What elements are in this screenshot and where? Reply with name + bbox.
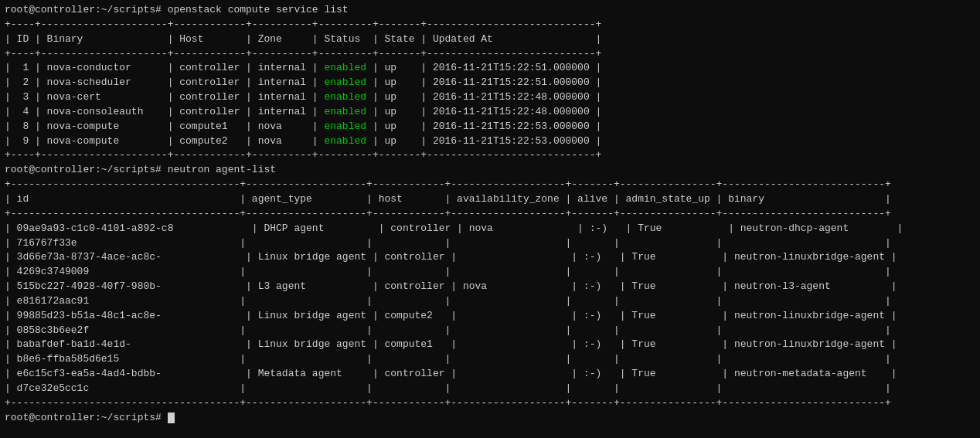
- table2-row-5b: | b8e6-ffba585d6e15 | | | | | | |: [5, 352, 975, 367]
- table2-row-6a: | e6c15cf3-ea5a-4ad4-bdbb- | Metadata ag…: [5, 367, 975, 382]
- table2-sep-mid: +--------------------------------------+…: [5, 207, 975, 222]
- table1-row-2: | 2 | nova-scheduler | controller | inte…: [5, 76, 975, 90]
- table2-row-1b: | 716767f33e | | | | | | |: [5, 236, 975, 251]
- cmd-line-1: root@controller:~/scripts# openstack com…: [5, 3, 975, 18]
- cursor-block: [168, 413, 175, 423]
- terminal-window: root@controller:~/scripts# openstack com…: [0, 0, 980, 438]
- table2-row-5a: | babafdef-ba1d-4e1d- | Linux bridge age…: [5, 338, 975, 352]
- table1-header: | ID | Binary | Host | Zone | Status | S…: [5, 32, 975, 47]
- table2-row-3a: | 515bc227-4928-40f7-980b- | L3 agent | …: [5, 280, 975, 294]
- table2-row-4a: | 99885d23-b51a-48c1-ac8e- | Linux bridg…: [5, 309, 975, 324]
- table2-sep-bot: +--------------------------------------+…: [5, 396, 975, 411]
- table2-row-2b: | 4269c3749009 | | | | | | |: [5, 265, 975, 280]
- table1-row-6: | 9 | nova-compute | compute2 | nova | e…: [5, 134, 975, 149]
- table2-row-6b: | d7ce32e5cc1c | | | | | | |: [5, 382, 975, 396]
- table2-row-4b: | 0858c3b6ee2f | | | | | | |: [5, 324, 975, 338]
- table2-row-2a: | 3d66e73a-8737-4ace-ac8c- | Linux bridg…: [5, 250, 975, 265]
- table2-row-3b: | e816172aac91 | | | | | | |: [5, 294, 975, 309]
- table1-sep-mid: +----+---------------------+------------…: [5, 47, 975, 62]
- table1-row-1: | 1 | nova-conductor | controller | inte…: [5, 61, 975, 76]
- table2-header: | id | agent_type | host | availability_…: [5, 192, 975, 207]
- table1-sep-top: +----+---------------------+------------…: [5, 18, 975, 32]
- table2-row-1a: | 09ae9a93-c1c0-4101-a892-c8 | DHCP agen…: [5, 222, 975, 236]
- table1-row-3: | 3 | nova-cert | controller | internal …: [5, 90, 975, 105]
- table1-row-5: | 8 | nova-compute | compute1 | nova | e…: [5, 120, 975, 134]
- cmd-line-2: root@controller:~/scripts# neutron agent…: [5, 163, 975, 178]
- final-prompt[interactable]: root@controller:~/scripts#: [5, 411, 975, 426]
- table2-sep-top: +--------------------------------------+…: [5, 178, 975, 192]
- table1-sep-bot: +----+---------------------+------------…: [5, 148, 975, 163]
- table1-row-4: | 4 | nova-consoleauth | controller | in…: [5, 105, 975, 120]
